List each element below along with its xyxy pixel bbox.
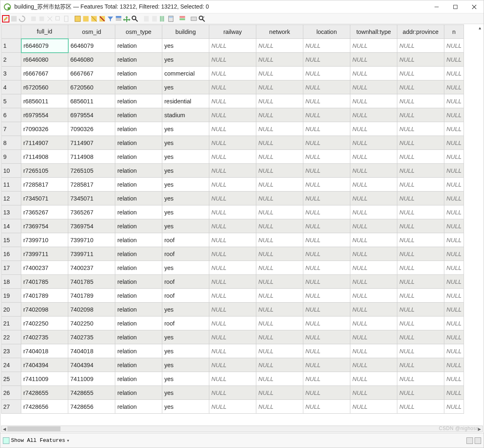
cell-location[interactable]: NULL (303, 275, 350, 289)
cell-last[interactable]: NULL (444, 247, 464, 261)
cell-railway[interactable]: NULL (209, 289, 256, 303)
cell-railway[interactable]: NULL (209, 386, 256, 400)
row-number-cell[interactable]: 10 (2, 164, 21, 178)
cell-osm-id[interactable]: 7404394 (68, 358, 115, 372)
cell-last[interactable]: NULL (444, 330, 464, 344)
cell-last[interactable]: NULL (444, 275, 464, 289)
paste-button[interactable] (63, 15, 70, 22)
cell-osm-id[interactable]: 7090326 (68, 122, 115, 136)
cell-location[interactable]: NULL (303, 108, 350, 122)
cell-railway[interactable]: NULL (209, 164, 256, 178)
cell-last[interactable]: NULL (444, 192, 464, 205)
cell-railway[interactable]: NULL (209, 136, 256, 150)
cell-full-id[interactable]: r7114907 (21, 136, 68, 150)
cell-townhall[interactable]: NULL (350, 400, 397, 414)
cell-townhall[interactable]: NULL (350, 358, 397, 372)
cell-network[interactable]: NULL (256, 108, 303, 122)
cell-addrprov[interactable]: NULL (397, 247, 444, 261)
cell-location[interactable]: NULL (303, 233, 350, 247)
cell-building[interactable]: residential (162, 94, 209, 108)
row-number-cell[interactable]: 13 (2, 205, 21, 219)
toggle-editing-button[interactable] (2, 15, 9, 22)
cell-townhall[interactable]: NULL (350, 178, 397, 192)
cell-osm-id[interactable]: 6856011 (68, 94, 115, 108)
row-number-cell[interactable]: 18 (2, 275, 21, 289)
scrollbar-thumb[interactable] (7, 426, 60, 431)
minimize-button[interactable] (427, 0, 446, 13)
cell-location[interactable]: NULL (303, 247, 350, 261)
cell-osm-type[interactable]: relation (115, 178, 162, 192)
cell-osm-id[interactable]: 7114907 (68, 136, 115, 150)
cell-osm-id[interactable]: 6646080 (68, 53, 115, 67)
cell-railway[interactable]: NULL (209, 233, 256, 247)
cell-last[interactable]: NULL (444, 108, 464, 122)
cell-railway[interactable]: NULL (209, 122, 256, 136)
cell-building[interactable]: roof (162, 247, 209, 261)
cell-osm-id[interactable]: 7402735 (68, 330, 115, 344)
cell-railway[interactable]: NULL (209, 316, 256, 330)
cell-osm-id[interactable]: 7401785 (68, 275, 115, 289)
cell-network[interactable]: NULL (256, 358, 303, 372)
cell-osm-type[interactable]: relation (115, 233, 162, 247)
cell-location[interactable]: NULL (303, 136, 350, 150)
table-row[interactable]: 11r72858177285817relationyesNULLNULLNULL… (2, 178, 464, 192)
cell-addrprov[interactable]: NULL (397, 205, 444, 219)
cell-building[interactable]: yes (162, 400, 209, 414)
table-row[interactable]: 5r68560116856011relationresidentialNULLN… (2, 94, 464, 108)
cell-network[interactable]: NULL (256, 178, 303, 192)
cell-osm-id[interactable]: 7400237 (68, 261, 115, 275)
cell-addrprov[interactable]: NULL (397, 150, 444, 164)
cell-osm-type[interactable]: relation (115, 192, 162, 205)
cell-location[interactable]: NULL (303, 261, 350, 275)
row-number-cell[interactable]: 8 (2, 136, 21, 150)
table-row[interactable]: 14r73697547369754relationyesNULLNULLNULL… (2, 219, 464, 233)
cell-osm-type[interactable]: relation (115, 164, 162, 178)
cell-railway[interactable]: NULL (209, 150, 256, 164)
cell-building[interactable]: yes (162, 344, 209, 358)
column-header-location[interactable]: location (303, 25, 350, 39)
new-field-button[interactable] (143, 15, 150, 22)
row-number-cell[interactable]: 19 (2, 289, 21, 303)
cell-network[interactable]: NULL (256, 386, 303, 400)
column-header-osm-id[interactable]: osm_id (68, 25, 115, 39)
table-row[interactable]: 8r71149077114907relationyesNULLNULLNULLN… (2, 136, 464, 150)
cell-osm-id[interactable]: 7399711 (68, 247, 115, 261)
column-header-railway[interactable]: railway (209, 25, 256, 39)
row-number-cell[interactable]: 20 (2, 303, 21, 316)
cell-building[interactable]: roof (162, 316, 209, 330)
cell-network[interactable]: NULL (256, 275, 303, 289)
cell-full-id[interactable]: r6856011 (21, 94, 68, 108)
cell-osm-type[interactable]: relation (115, 219, 162, 233)
field-calculator-button[interactable] (167, 15, 175, 22)
cell-full-id[interactable]: r7428656 (21, 400, 68, 414)
row-number-cell[interactable]: 11 (2, 178, 21, 192)
cell-addrprov[interactable]: NULL (397, 303, 444, 316)
cell-full-id[interactable]: r7400237 (21, 261, 68, 275)
cell-last[interactable]: NULL (444, 344, 464, 358)
cell-townhall[interactable]: NULL (350, 94, 397, 108)
cell-addrprov[interactable]: NULL (397, 108, 444, 122)
cell-building[interactable]: yes (162, 136, 209, 150)
cell-osm-id[interactable]: 7345071 (68, 192, 115, 205)
cell-location[interactable]: NULL (303, 67, 350, 80)
cell-building[interactable]: yes (162, 358, 209, 372)
cell-osm-id[interactable]: 7404018 (68, 344, 115, 358)
cell-townhall[interactable]: NULL (350, 386, 397, 400)
cell-addrprov[interactable]: NULL (397, 80, 444, 94)
cell-network[interactable]: NULL (256, 261, 303, 275)
cell-full-id[interactable]: r7365267 (21, 205, 68, 219)
row-number-cell[interactable]: 4 (2, 80, 21, 94)
cell-location[interactable]: NULL (303, 53, 350, 67)
cell-building[interactable]: yes (162, 219, 209, 233)
cell-full-id[interactable]: r7285817 (21, 178, 68, 192)
row-number-cell[interactable]: 15 (2, 233, 21, 247)
column-header-next[interactable]: n (444, 25, 464, 39)
cell-location[interactable]: NULL (303, 358, 350, 372)
close-button[interactable] (465, 0, 484, 13)
cell-location[interactable]: NULL (303, 94, 350, 108)
cell-full-id[interactable]: r6646080 (21, 53, 68, 67)
table-row[interactable]: 3r66676676667667relationcommercialNULLNU… (2, 67, 464, 80)
cell-railway[interactable]: NULL (209, 205, 256, 219)
row-number-cell[interactable]: 1 (2, 39, 21, 53)
save-edits-button[interactable] (10, 15, 18, 22)
